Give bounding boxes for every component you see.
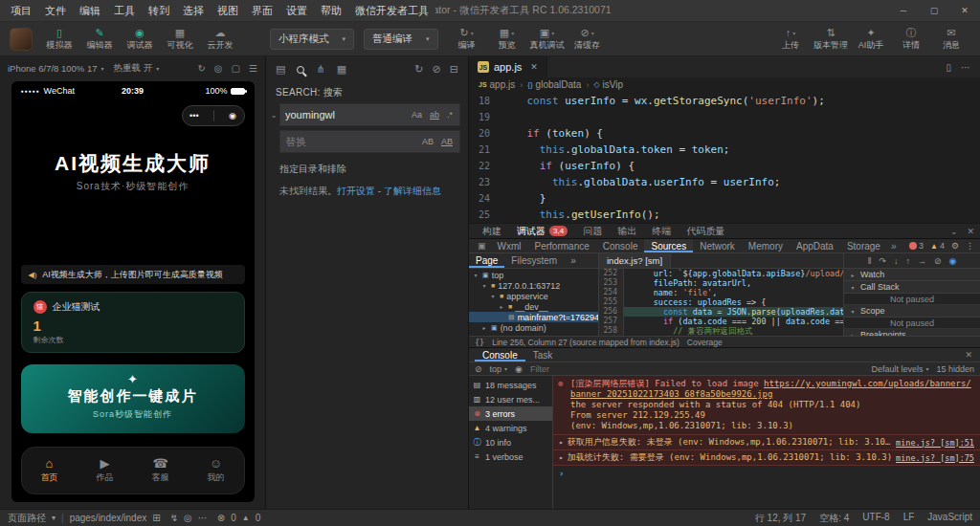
copy-path-icon[interactable]: ⊞ [152, 513, 160, 523]
problems-counter[interactable]: ⊗ 0 ▲ 0 [217, 513, 260, 523]
refresh-icon[interactable]: ↻ [414, 63, 423, 76]
tree-item[interactable]: ▤mainframe?t=176294278... [469, 312, 598, 322]
more-actions-icon[interactable]: ⋯ [961, 62, 970, 73]
open-settings-link[interactable]: 打开设置 [337, 186, 375, 196]
clear-cache-button[interactable]: ⊘▾清缓存 [568, 23, 607, 55]
capsule-more-icon[interactable]: ••• [189, 111, 198, 121]
menubar-item[interactable]: 界面 [245, 0, 279, 21]
filter-all-messages[interactable]: ▤18 messages [469, 378, 552, 392]
device-selector[interactable]: iPhone 6/7/8 100% 17 ▾ [8, 63, 104, 74]
hot-reload-toggle[interactable]: 热重载 开 ▾ [114, 62, 160, 75]
messages-button[interactable]: ✉消息 [932, 23, 970, 55]
pretty-print-icon[interactable]: {} [475, 338, 484, 347]
stats-card[interactable]: 猫 企业猫测试 1 剩余次数 [21, 292, 245, 353]
editor-button[interactable]: ✎编辑器 [80, 23, 119, 55]
devtools-tab-network[interactable]: Network [693, 239, 742, 252]
replace-input[interactable] [280, 136, 420, 147]
error-indicator[interactable]: 3 [909, 241, 924, 251]
page-path-selector[interactable]: 页面路径 ▾ | pages/index/index ⊞ [8, 512, 161, 525]
tab-terminal[interactable]: 终端 [644, 224, 679, 238]
search-input[interactable] [280, 109, 410, 121]
watch-section[interactable]: ▸Watch [844, 269, 980, 281]
devtools-tab-wxml[interactable]: Wxml [491, 239, 528, 252]
context-select[interactable]: top ▾ [490, 364, 508, 374]
deactivate-breakpoints-icon[interactable]: ⊘ [934, 256, 942, 266]
debugger-button[interactable]: ◉调试器 [121, 23, 159, 55]
filter-errors[interactable]: ⊗3 errors [469, 406, 552, 421]
create-video-button[interactable]: ✦ 智能创作一键成片 Sora秒级智能创作 [21, 364, 245, 433]
breadcrumb-item[interactable]: JSapp.js [479, 79, 515, 90]
tab-support[interactable]: ☎客服 [133, 448, 189, 493]
notice-bar[interactable]: ◀) AI视频生成大师，上传图片即可生成高质量视频 [21, 265, 245, 284]
visualization-button[interactable]: ▦可视化 [161, 23, 199, 55]
search-icon[interactable] [297, 66, 304, 74]
tab-profile[interactable]: ☺我的 [189, 448, 244, 493]
learn-more-link[interactable]: 了解详细信息 [384, 186, 441, 196]
tab-build[interactable]: 构建 [475, 224, 509, 238]
eye-icon[interactable]: ◉ [515, 364, 523, 374]
file-tab-indexjs[interactable]: index.js? [sm] [599, 253, 671, 268]
split-editor-icon[interactable]: ▯ [946, 62, 951, 73]
pause-on-exceptions-icon[interactable]: ◉ [948, 256, 956, 266]
code-editor[interactable]: 18 const userInfo = wx.getStorageSync('u… [469, 92, 980, 223]
menubar-item[interactable]: 文件 [38, 0, 73, 21]
more-icon[interactable]: ⋯ [198, 513, 208, 523]
step-out-icon[interactable]: ↑ [905, 256, 910, 266]
tab-debugger[interactable]: 调试器3,4 [509, 224, 575, 238]
whole-word-toggle[interactable]: ab [428, 109, 441, 121]
close-console-icon[interactable]: ✕ [965, 350, 980, 360]
warning-indicator[interactable]: ▲4 [930, 241, 945, 251]
scope-section[interactable]: ▾Scope [844, 305, 980, 318]
menubar-item[interactable]: 设置 [279, 0, 314, 21]
editor-tab-appjs[interactable]: JS app.js ✕ [469, 56, 547, 77]
rotate-icon[interactable]: ↻ [197, 63, 205, 74]
breadcrumb-item[interactable]: ◇isVip [593, 79, 623, 90]
expand-arrow-icon[interactable]: ▸ [559, 453, 564, 462]
filter-user-messages[interactable]: ▥12 user mes... [469, 392, 552, 406]
cursor-position[interactable]: 行 12, 列 17 [755, 512, 806, 525]
target-icon[interactable]: ◎ [184, 513, 192, 523]
gear-icon[interactable]: ⚙ [951, 241, 959, 251]
eol-setting[interactable]: LF [903, 512, 915, 525]
devtools-tab-sources[interactable]: Sources [644, 239, 693, 252]
compile-mode-select[interactable]: 普通编译 ▾ [364, 29, 438, 50]
sources-panel-tab-filesystem[interactable]: Filesystem [504, 253, 564, 268]
chevron-down-icon[interactable]: ⌄ [950, 227, 958, 236]
devtools-tab-memory[interactable]: Memory [742, 239, 790, 252]
devtools-tab-console[interactable]: Console [596, 239, 645, 252]
collapse-icon[interactable]: ⊟ [450, 63, 458, 76]
tab-works[interactable]: ▶作品 [78, 448, 133, 493]
account-avatar[interactable] [10, 28, 33, 51]
search-dirs-label[interactable]: 指定目录和排除 [266, 153, 468, 178]
console-tab-console[interactable]: Console [475, 348, 525, 362]
tree-item[interactable]: ▾■appservice [469, 291, 598, 301]
filter-verbose[interactable]: ≡1 verbose [469, 449, 552, 464]
capsule-close-icon[interactable]: ◉ [229, 111, 236, 121]
menubar-item[interactable]: 转到 [142, 0, 176, 21]
source-control-icon[interactable]: ⋔ [316, 63, 324, 76]
more-tabs-icon[interactable]: » [564, 253, 583, 268]
cloud-dev-button[interactable]: ☁云开发 [201, 23, 239, 55]
simulator-button[interactable]: ▯模拟器 [40, 23, 78, 55]
close-tab-icon[interactable]: ✕ [530, 62, 538, 72]
close-button[interactable]: ✕ [949, 0, 980, 21]
console-tab-task[interactable]: Task [525, 348, 561, 362]
upload-button[interactable]: ↑▾上传 [771, 23, 810, 55]
resume-icon[interactable]: ‖ [868, 256, 872, 266]
replace-all-toggle[interactable]: AB [439, 136, 455, 147]
sources-code-view[interactable]: 252 url: `${app.globalData.apiBase}/uplo… [599, 269, 844, 336]
indent-setting[interactable]: 空格: 4 [819, 512, 849, 525]
ai-assistant-button[interactable]: ✦AI助手 [852, 23, 890, 55]
coverage-label[interactable]: Coverage [687, 338, 723, 347]
tree-item[interactable]: ▸▣(no domain) [469, 322, 598, 333]
toggle-replace-chevron[interactable]: ⌄ [269, 103, 278, 153]
menubar-item[interactable]: 工具 [107, 0, 142, 21]
step-into-icon[interactable]: ↓ [894, 256, 899, 266]
version-control-button[interactable]: ⇅版本管理 [812, 23, 850, 55]
mode-select[interactable]: 小程序模式 ▾ [270, 29, 354, 50]
tree-item[interactable]: ▾▣top [469, 270, 598, 280]
encoding-setting[interactable]: UTF-8 [862, 512, 889, 525]
close-panel-icon[interactable]: ✕ [967, 227, 974, 236]
breakpoints-section[interactable]: ▸Breakpoints [844, 329, 980, 336]
inspect-icon[interactable]: ◎ [214, 63, 223, 74]
